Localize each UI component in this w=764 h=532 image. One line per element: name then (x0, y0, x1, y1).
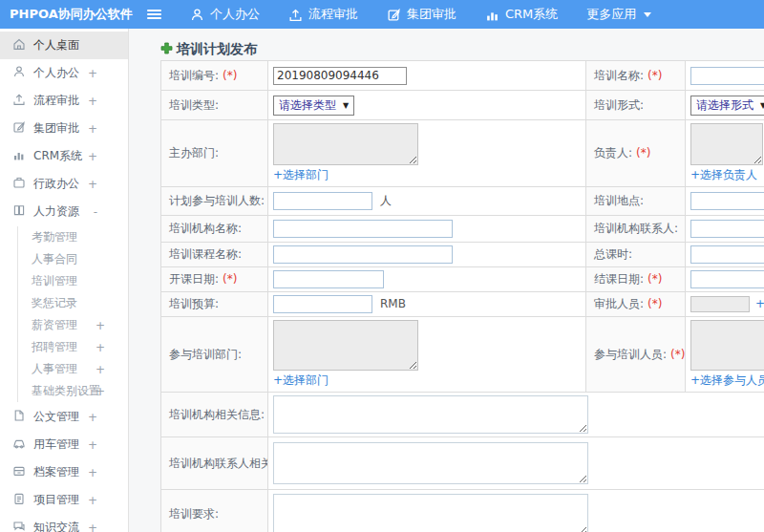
sidebar-item-crm[interactable]: CRM系统+ (0, 142, 128, 170)
form-row: 培训类型: 请选择类型▼ 培训形式: 请选择形式▼ (161, 91, 764, 120)
topnav-more-apps[interactable]: 更多应用 (586, 6, 651, 23)
clipboard-icon (12, 492, 26, 508)
field-label: 计划参与培训人数: (169, 194, 265, 207)
field-label: 培训预算: (169, 297, 219, 310)
form-row: 计划参与培训人数:(*) 人 培训地点: (161, 187, 764, 216)
course-name-input[interactable] (273, 245, 453, 264)
form-row: 培训要求: (161, 490, 764, 532)
org-info-textarea[interactable] (273, 395, 588, 434)
sidebar-item-workflow-approval[interactable]: 流程审批+ (0, 87, 128, 115)
book-icon (12, 203, 26, 220)
sidebar-item-desktop[interactable]: 个人桌面 (0, 32, 128, 59)
select-approver-link[interactable]: +选择审批人员 (755, 296, 764, 312)
sidebar-item-group-approval[interactable]: 集团审批+ (0, 115, 128, 142)
org-name-input[interactable] (273, 220, 453, 238)
select-joiners-link[interactable]: +选择参与人员 (690, 372, 764, 389)
edit-icon (12, 120, 26, 137)
edit-icon (387, 8, 401, 22)
field-label: 参与培训人员: (594, 348, 667, 361)
topnav-workflow-approval[interactable]: 流程审批 (288, 6, 358, 23)
form-row: 培训机构相关信息: (161, 393, 764, 437)
field-label: 参与培训部门: (169, 348, 242, 361)
org-contact-info-textarea[interactable] (273, 442, 588, 484)
budget-input[interactable] (273, 295, 372, 313)
chat-icon (12, 520, 26, 532)
app-header: PHPOA协同办公软件 个人办公 流程审批 集团审批 CRM系统 更多应用 (0, 0, 764, 29)
form-row: 培训机构联系人相关信息: (161, 437, 764, 490)
form-row: 培训预算: RMB 审批人员:(*) +选择审批人员 (161, 292, 764, 317)
training-no-input[interactable] (273, 67, 407, 85)
sidebar: 个人桌面 个人办公+ 流程审批+ 集团审批+ CRM系统+ 行政办公+ 人力资源… (0, 29, 129, 532)
sidebar-item-documents[interactable]: 公文管理+ (0, 403, 128, 431)
sidebar-item-archive[interactable]: 档案管理+ (0, 458, 128, 486)
org-contact-input[interactable] (690, 220, 764, 238)
main-content: 培训计划发布 培训编号:(*) 培训名称:(*) 培训类型: 请选择类型▼ 培训… (129, 29, 764, 532)
select-caret-icon: ▼ (760, 101, 764, 110)
field-label: 培训机构联系人: (594, 222, 678, 235)
form-row: 开课日期:(*) 结课日期:(*) (161, 267, 764, 292)
app-logo: PHPOA协同办公软件 (0, 6, 132, 23)
bar-chart-icon (12, 148, 26, 164)
field-label: 培训类型: (169, 98, 219, 112)
sidebar-item-personal-office[interactable]: 个人办公+ (0, 59, 128, 87)
field-label: 审批人员: (594, 297, 644, 310)
end-date-input[interactable] (690, 270, 764, 288)
upload-icon (12, 93, 26, 109)
select-dept-link[interactable]: +选择部门 (273, 167, 329, 183)
archive-icon (12, 464, 26, 480)
sidebar-subitem-training[interactable]: 培训管理 (18, 270, 128, 292)
field-label: 培训机构名称: (169, 222, 242, 235)
sidebar-item-project[interactable]: 项目管理+ (0, 486, 128, 514)
field-label: 结课日期: (594, 272, 644, 286)
sidebar-subitem-salary[interactable]: 薪资管理+ (18, 314, 128, 336)
select-caret-icon: ▼ (343, 101, 349, 110)
start-date-input[interactable] (273, 270, 384, 288)
menu-toggle-icon[interactable] (147, 10, 161, 19)
topnav-group-approval[interactable]: 集团审批 (387, 6, 456, 23)
sidebar-item-vehicle[interactable]: 用车管理+ (0, 431, 128, 458)
form-row: 培训编号:(*) 培训名称:(*) (161, 61, 764, 91)
topnav-crm[interactable]: CRM系统 (485, 6, 558, 23)
requirements-textarea[interactable] (273, 494, 588, 532)
add-plus-icon (160, 40, 173, 58)
bar-chart-icon (485, 8, 499, 22)
training-name-input[interactable] (690, 67, 764, 85)
host-dept-picker[interactable] (273, 123, 418, 165)
user-icon (190, 8, 204, 22)
top-navigation: 个人办公 流程审批 集团审批 CRM系统 更多应用 (190, 6, 651, 23)
field-label: 总课时: (594, 247, 632, 261)
user-icon (12, 65, 26, 81)
owner-picker[interactable] (690, 123, 763, 165)
page-title: 培训计划发布 (160, 40, 764, 58)
field-label: 培训形式: (594, 98, 644, 112)
sidebar-item-hr[interactable]: 人力资源- (0, 198, 128, 225)
select-owner-link[interactable]: +选择负责人 (690, 167, 757, 183)
planned-count-input[interactable] (273, 192, 372, 210)
sidebar-subitem-attendance[interactable]: 考勤管理 (18, 226, 128, 248)
form-row: 培训机构名称: 培训机构联系人: (161, 216, 764, 243)
sidebar-subitem-rewards[interactable]: 奖惩记录 (18, 292, 128, 314)
total-hours-input[interactable] (690, 245, 764, 264)
field-label: 培训名称: (594, 69, 644, 82)
field-label: 培训编号: (169, 69, 219, 82)
sidebar-item-knowledge[interactable]: 知识交流+ (0, 514, 128, 532)
training-mode-select[interactable]: 请选择形式▼ (690, 96, 764, 116)
approver-picker[interactable] (690, 296, 750, 312)
field-label: 负责人: (594, 146, 632, 160)
join-dept-picker[interactable] (273, 320, 418, 371)
topnav-personal-office[interactable]: 个人办公 (190, 6, 260, 23)
field-label: 培训机构相关信息: (169, 408, 265, 421)
training-place-input[interactable] (690, 192, 764, 210)
sidebar-item-admin-office[interactable]: 行政办公+ (0, 170, 128, 198)
sidebar-subitem-personnel[interactable]: 人事管理+ (18, 358, 128, 380)
home-icon (12, 37, 26, 53)
briefcase-icon (12, 176, 26, 192)
form-row: 主办部门: +选择部门 负责人:(*) +选择负责人 (161, 120, 764, 187)
form-row: 培训课程名称: 总课时: (161, 243, 764, 267)
training-type-select[interactable]: 请选择类型▼ (273, 96, 354, 116)
select-join-dept-link[interactable]: +选择部门 (273, 372, 329, 389)
joiners-picker[interactable] (690, 320, 764, 371)
sidebar-subitem-recruit[interactable]: 招聘管理+ (18, 336, 128, 358)
sidebar-subitem-hr-contract[interactable]: 人事合同 (18, 248, 128, 270)
sidebar-subitem-base-category[interactable]: 基础类别设置+ (18, 380, 128, 402)
